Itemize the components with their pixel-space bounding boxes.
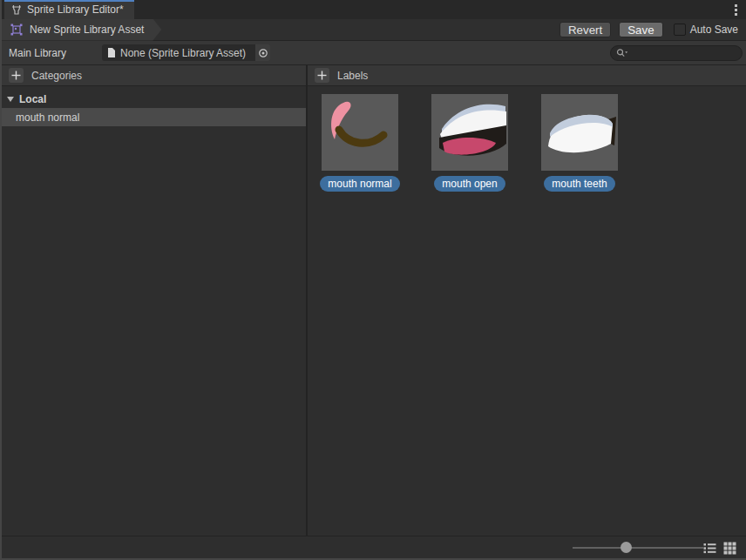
thumbnail-size-slider[interactable] — [573, 547, 703, 549]
save-button[interactable]: Save — [619, 22, 662, 37]
auto-save-label: Auto Save — [690, 24, 738, 36]
search-field[interactable] — [610, 45, 743, 61]
labels-header: Labels — [308, 65, 746, 86]
labels-header-label: Labels — [337, 70, 368, 82]
categories-list: Local mouth normal — [2, 86, 306, 536]
labels-list: mouth normal mouth open — [308, 86, 746, 536]
sprite-library-editor-window: Sprite Library Editor* New Sprite Librar… — [0, 0, 746, 560]
tab-bar: Sprite Library Editor* — [2, 0, 746, 19]
label-item-mouth-teeth[interactable]: mouth teeth — [541, 94, 618, 192]
sprite-thumbnail-mouth-open — [431, 94, 508, 171]
tab-title: Sprite Library Editor* — [27, 3, 124, 16]
label-item-mouth-open[interactable]: mouth open — [431, 94, 508, 192]
breadcrumb-label: New Sprite Library Asset — [30, 24, 144, 36]
tab-sprite-library-editor[interactable]: Sprite Library Editor* — [4, 0, 134, 19]
grid-view-icon[interactable] — [722, 540, 737, 556]
categories-header: Categories — [2, 65, 306, 86]
label-pill: mouth open — [434, 176, 505, 192]
categories-header-label: Categories — [31, 70, 82, 82]
breadcrumb[interactable]: New Sprite Library Asset — [2, 19, 161, 41]
panels: Categories Local mouth normal Labels — [2, 65, 746, 536]
list-view-icon[interactable] — [702, 540, 717, 556]
label-pill: mouth teeth — [544, 176, 614, 192]
foldout-triangle-icon — [7, 97, 14, 102]
main-library-object-field[interactable]: None (Sprite Library Asset) — [102, 44, 255, 61]
main-library-label: Main Library — [9, 47, 66, 59]
search-input[interactable] — [630, 46, 736, 60]
sprite-thumbnail-mouth-normal — [322, 94, 398, 171]
local-foldout[interactable]: Local — [2, 90, 306, 108]
add-label-button[interactable] — [315, 68, 329, 83]
object-field-value: None (Sprite Library Asset) — [120, 47, 246, 59]
toolbar-right: Revert Save Auto Save — [560, 22, 746, 37]
revert-button[interactable]: Revert — [560, 22, 611, 37]
categories-panel: Categories Local mouth normal — [2, 65, 308, 536]
object-picker-icon[interactable] — [255, 44, 270, 61]
category-row-label: mouth normal — [16, 111, 79, 124]
sprite-library-asset-icon — [10, 23, 24, 37]
sprite-thumbnail-mouth-teeth — [541, 94, 618, 171]
thumbnail-size-slider-handle[interactable] — [621, 542, 632, 553]
category-row[interactable]: mouth normal — [2, 108, 306, 126]
label-item-mouth-normal[interactable]: mouth normal — [322, 94, 398, 192]
auto-save-checkbox[interactable] — [674, 24, 686, 36]
window-menu-icon[interactable] — [735, 4, 737, 16]
toolbar: New Sprite Library Asset Revert Save Aut… — [2, 19, 746, 41]
add-category-button[interactable] — [9, 68, 24, 83]
main-library-row: Main Library None (Sprite Library Asset) — [2, 41, 746, 65]
search-icon — [616, 48, 628, 58]
labels-panel: Labels mouth normal — [308, 65, 746, 536]
labels-grid: mouth normal mouth open — [308, 86, 746, 192]
footer-bar — [2, 536, 746, 558]
sprite-library-editor-icon — [10, 3, 23, 16]
local-foldout-label: Local — [19, 93, 46, 105]
asset-file-icon — [107, 47, 116, 58]
label-pill: mouth normal — [320, 176, 399, 192]
